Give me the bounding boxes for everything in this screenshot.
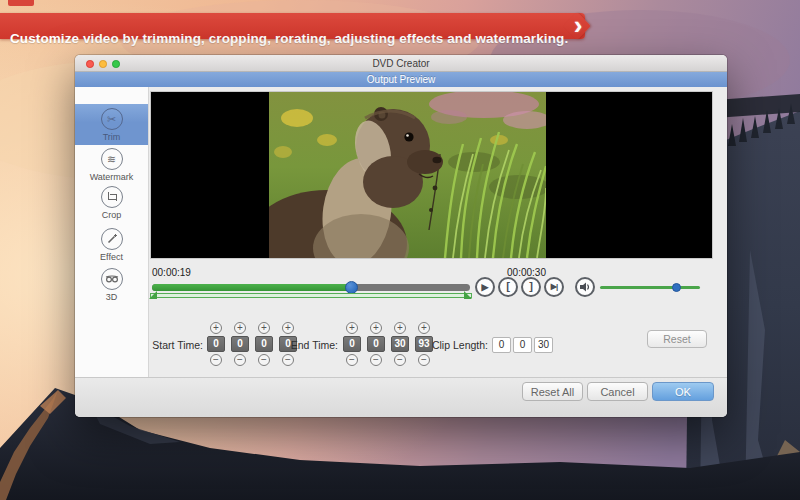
sidebar-item-label: Trim	[75, 132, 148, 142]
trim-range-track[interactable]	[150, 293, 472, 298]
increment-button[interactable]: +	[234, 322, 246, 334]
end-time-value-3[interactable]: 30	[391, 336, 409, 352]
sidebar-item-label: Watermark	[75, 172, 148, 182]
minimize-button[interactable]	[99, 60, 107, 68]
start-time-spinner-3: + 0 −	[255, 322, 273, 368]
increment-button[interactable]: +	[370, 322, 382, 334]
speaker-icon	[579, 281, 591, 293]
clip-length-value-3[interactable]: 30	[534, 337, 553, 353]
sidebar-item-effect[interactable]: Effect	[75, 228, 148, 262]
volume-button[interactable]	[575, 277, 595, 297]
chevron-right-icon[interactable]: ›	[566, 11, 590, 39]
end-time-value-2[interactable]: 0	[367, 336, 385, 352]
reset-button[interactable]: Reset	[647, 330, 707, 348]
video-frame	[269, 92, 546, 258]
decrement-button[interactable]: −	[370, 354, 382, 366]
dvd-creator-window: DVD Creator Output Preview ✂ Trim ≋ Wate…	[75, 55, 727, 417]
progress-fill	[152, 284, 352, 291]
play-button[interactable]: ▶	[475, 277, 495, 297]
current-time: 00:00:19	[152, 267, 191, 278]
decrement-button[interactable]: −	[234, 354, 246, 366]
start-time-spinner-1: + 0 −	[207, 322, 225, 368]
end-time-spinner-1: + 0 −	[343, 322, 361, 368]
output-preview-header: Output Preview	[75, 72, 727, 87]
increment-button[interactable]: +	[418, 322, 430, 334]
end-time-spinner-2: + 0 −	[367, 322, 385, 368]
mark-in-button[interactable]: [	[498, 277, 518, 297]
sidebar-item-label: 3D	[75, 292, 148, 302]
sidebar-item-label: Effect	[75, 252, 148, 262]
start-time-spinner-2: + 0 −	[231, 322, 249, 368]
end-time-value-1[interactable]: 0	[343, 336, 361, 352]
decrement-button[interactable]: −	[282, 354, 294, 366]
tip-banner-text: Customize video by trimming, cropping, r…	[10, 26, 568, 52]
reset-all-button[interactable]: Reset All	[522, 382, 583, 401]
end-time-spinner-3: + 30 −	[391, 322, 409, 368]
window-footer: Reset All Cancel OK	[75, 377, 727, 417]
clip-length-label: Clip Length:	[425, 337, 488, 353]
banner-fragment	[8, 0, 34, 6]
start-time-value-1[interactable]: 0	[207, 336, 225, 352]
decrement-button[interactable]: −	[258, 354, 270, 366]
sidebar-item-3d[interactable]: 3D	[75, 268, 148, 302]
trim-panel: 00:00:19 00:00:30 ▶ [ ] ▶|	[149, 87, 727, 377]
sidebar-item-label: Crop	[75, 210, 148, 220]
effect-wand-icon	[101, 228, 123, 250]
watermark-icon: ≋	[101, 148, 123, 170]
mark-out-button[interactable]: ]	[521, 277, 541, 297]
video-preview	[150, 91, 713, 259]
volume-knob[interactable]	[672, 283, 681, 292]
total-time: 00:00:30	[507, 267, 546, 278]
sidebar-item-trim[interactable]: ✂ Trim	[75, 104, 148, 145]
window-titlebar[interactable]: DVD Creator	[75, 55, 727, 72]
cancel-button[interactable]: Cancel	[587, 382, 648, 401]
crop-icon	[101, 186, 123, 208]
zoom-button[interactable]	[112, 60, 120, 68]
increment-button[interactable]: +	[258, 322, 270, 334]
decrement-button[interactable]: −	[394, 354, 406, 366]
trim-end-handle[interactable]	[464, 291, 472, 299]
start-time-value-2[interactable]: 0	[231, 336, 249, 352]
clip-length-value-1[interactable]: 0	[492, 337, 511, 353]
playhead-knob[interactable]	[345, 281, 358, 294]
desktop: Customize video by trimming, cropping, r…	[0, 0, 800, 500]
clip-length-value-2[interactable]: 0	[513, 337, 532, 353]
scissors-icon: ✂	[101, 108, 123, 130]
decrement-button[interactable]: −	[210, 354, 222, 366]
trim-start-handle[interactable]	[149, 291, 157, 299]
start-time-label: Start Time:	[149, 337, 203, 353]
end-time-label: End Time:	[281, 337, 338, 353]
tip-banner: Customize video by trimming, cropping, r…	[0, 13, 585, 39]
increment-button[interactable]: +	[282, 322, 294, 334]
progress-track[interactable]	[152, 284, 470, 291]
sidebar: ✂ Trim ≋ Watermark Crop	[75, 87, 149, 377]
sidebar-item-crop[interactable]: Crop	[75, 186, 148, 220]
increment-button[interactable]: +	[346, 322, 358, 334]
decrement-button[interactable]: −	[346, 354, 358, 366]
increment-button[interactable]: +	[394, 322, 406, 334]
close-button[interactable]	[86, 60, 94, 68]
window-title: DVD Creator	[75, 55, 727, 72]
decrement-button[interactable]: −	[418, 354, 430, 366]
ok-button[interactable]: OK	[652, 382, 714, 401]
start-time-value-3[interactable]: 0	[255, 336, 273, 352]
sidebar-item-watermark[interactable]: ≋ Watermark	[75, 148, 148, 182]
increment-button[interactable]: +	[210, 322, 222, 334]
volume-slider[interactable]	[600, 286, 700, 289]
3d-glasses-icon	[101, 268, 123, 290]
step-forward-button[interactable]: ▶|	[544, 277, 564, 297]
